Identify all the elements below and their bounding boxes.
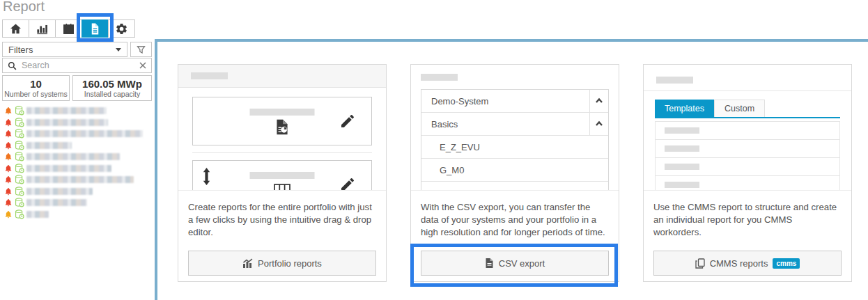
alarm-bell-icon <box>4 152 13 161</box>
tree-item[interactable]: G_M0 <box>421 159 608 182</box>
system-name-redacted <box>26 176 134 183</box>
alarm-bell-icon <box>4 129 13 138</box>
system-name-redacted <box>26 119 108 126</box>
system-name-redacted <box>26 188 93 195</box>
funnel-icon <box>137 45 146 54</box>
system-list-item[interactable] <box>2 174 152 186</box>
system-name-redacted <box>26 165 111 172</box>
button-label: Portfolio reports <box>258 258 322 269</box>
system-name-redacted <box>26 107 107 114</box>
collapse-button[interactable] <box>589 113 608 135</box>
tab-analysis[interactable] <box>29 19 56 38</box>
clear-search-icon[interactable] <box>139 62 146 69</box>
cmms-templates-preview: Templates Custom <box>644 65 851 191</box>
tree-item-label: G_M0 <box>421 165 464 175</box>
system-monitoring-icon <box>15 141 24 150</box>
system-list <box>2 105 152 220</box>
alarm-bell-icon <box>4 106 13 115</box>
card-description: Use the CMMS report to structure and cre… <box>644 191 851 251</box>
tree-item[interactable]: Basics <box>421 113 608 136</box>
csv-export-button[interactable]: CSV export <box>421 251 609 276</box>
system-list-item[interactable] <box>2 209 152 221</box>
file-icon <box>485 258 494 268</box>
system-monitoring-icon <box>15 152 24 161</box>
template-row[interactable] <box>656 140 839 158</box>
report-content-panel: Create reports for the entire portfolio … <box>155 39 868 300</box>
template-row[interactable] <box>656 176 839 191</box>
stat-value: 160.05 MWp <box>73 78 151 90</box>
search-input[interactable] <box>22 61 134 70</box>
tab-report[interactable] <box>82 19 109 38</box>
chevron-down-icon <box>116 48 121 52</box>
tree-item[interactable]: P_AC <box>421 182 608 191</box>
system-monitoring-icon <box>15 106 24 116</box>
filters-dropdown[interactable]: Filters <box>2 42 127 57</box>
stat-number-of-systems: 10 Number of systems <box>2 75 70 101</box>
cmms-badge: cmms <box>773 258 800 269</box>
placeholder-bar <box>665 145 699 152</box>
alarm-bell-icon <box>4 141 13 150</box>
portfolio-editor-preview <box>178 65 386 191</box>
cmms-reports-button[interactable]: CMMS reports cmms <box>653 251 842 276</box>
card-csv-export: Demo-System Basics E_Z_EVU <box>410 64 619 282</box>
system-monitoring-icon <box>15 129 24 139</box>
tab-calendar[interactable] <box>55 19 82 38</box>
filter-funnel-button[interactable] <box>130 42 152 57</box>
tree-item[interactable]: Demo-System <box>421 90 608 113</box>
system-name-redacted <box>26 130 143 137</box>
filters-label: Filters <box>8 45 33 55</box>
system-list-item[interactable] <box>2 117 152 129</box>
tab-home[interactable] <box>2 19 29 38</box>
system-list-item[interactable] <box>2 197 152 209</box>
tree-item-label: Demo-System <box>421 96 488 106</box>
tree-item[interactable]: E_Z_EVU <box>421 136 608 159</box>
portfolio-reports-button[interactable]: Portfolio reports <box>188 251 376 276</box>
system-monitoring-icon <box>15 175 24 184</box>
alarm-bell-icon <box>4 198 13 207</box>
collapse-button[interactable] <box>589 90 608 112</box>
system-list-item[interactable] <box>2 151 152 163</box>
card-cmms-reports: Templates Custom Use the CMMS report to … <box>643 64 852 282</box>
template-row[interactable] <box>656 158 839 176</box>
system-list-item[interactable] <box>2 186 152 198</box>
preview-header <box>644 65 851 91</box>
edit-pencil-icon[interactable] <box>339 113 356 129</box>
tab-label: Custom <box>724 104 754 113</box>
report-widget-row <box>192 97 372 145</box>
system-list-item[interactable] <box>2 163 152 175</box>
document-icon <box>88 22 102 35</box>
placeholder-bar <box>191 72 228 79</box>
placeholder-bar <box>665 127 699 134</box>
tab-templates[interactable]: Templates <box>655 100 714 117</box>
system-name-redacted <box>26 142 72 149</box>
system-list-item[interactable] <box>2 105 152 117</box>
button-label: CSV export <box>499 258 545 269</box>
report-chart-document-icon <box>273 118 291 136</box>
tab-label: Templates <box>665 104 704 113</box>
placeholder-bar <box>665 182 699 188</box>
bar-chart-icon <box>36 22 49 35</box>
csv-tree-preview: Demo-System Basics E_Z_EVU <box>411 65 619 191</box>
placeholder-bar <box>656 77 693 84</box>
system-list-item[interactable] <box>2 140 152 152</box>
search-icon <box>8 61 17 70</box>
system-name-redacted <box>26 211 49 218</box>
tab-custom[interactable]: Custom <box>714 100 765 117</box>
system-list-item[interactable] <box>2 128 152 140</box>
tab-settings[interactable] <box>108 19 135 38</box>
system-monitoring-icon <box>15 187 24 196</box>
search-box <box>2 58 152 73</box>
template-row[interactable] <box>656 122 839 140</box>
system-monitoring-icon <box>15 210 24 219</box>
row-divider <box>192 152 372 153</box>
stat-value: 10 <box>3 78 69 90</box>
drag-updown-arrow-icon[interactable] <box>202 168 211 185</box>
home-icon <box>9 22 22 35</box>
card-portfolio-reports: Create reports for the entire portfolio … <box>178 64 387 282</box>
gear-icon <box>115 22 128 35</box>
edit-pencil-icon[interactable] <box>339 176 356 191</box>
system-monitoring-icon <box>15 164 24 173</box>
alarm-bell-icon <box>4 118 13 127</box>
cmms-tabs: Templates Custom <box>655 100 840 118</box>
alarm-bell-icon <box>4 164 13 173</box>
